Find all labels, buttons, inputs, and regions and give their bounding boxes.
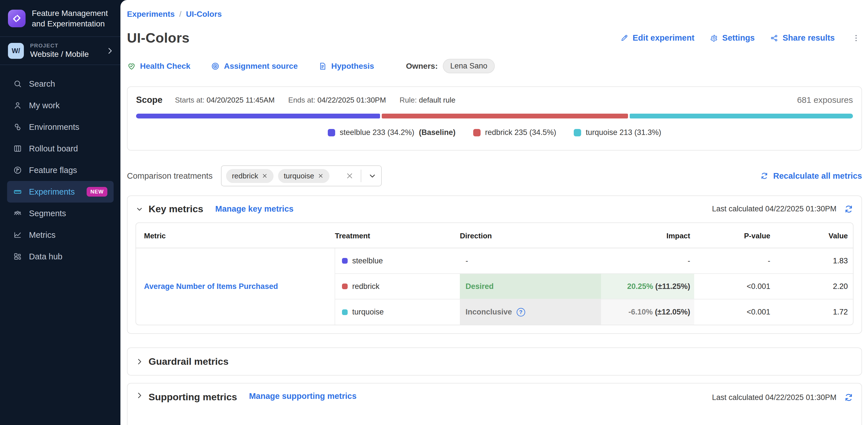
- p-value-cell: <0.001: [694, 299, 774, 325]
- kebab-menu-button[interactable]: [850, 32, 862, 44]
- line-chart-icon: [13, 231, 22, 240]
- key-metrics-table: Metric Treatment Direction Impact P-valu…: [135, 222, 854, 325]
- chip-turquoise[interactable]: turquoise: [278, 169, 330, 183]
- steelblue-swatch: [342, 258, 348, 264]
- app-logo-row: Feature Management and Experimentation: [0, 0, 120, 36]
- clear-all-icon[interactable]: [345, 172, 354, 180]
- project-label: PROJECT: [30, 42, 89, 49]
- hexagons-icon: [13, 122, 22, 131]
- comparison-treatments-select[interactable]: redbrick turquoise: [221, 165, 382, 186]
- treatment-cell: turquoise: [335, 299, 460, 325]
- recalculate-all-metrics-button[interactable]: Recalculate all metrics: [760, 171, 862, 181]
- sidebar-item-label: Data hub: [29, 252, 62, 261]
- settings-button[interactable]: Settings: [710, 33, 755, 42]
- refresh-icon[interactable]: [844, 204, 854, 214]
- sidebar: Feature Management and Experimentation W…: [0, 0, 120, 425]
- comparison-treatments-label: Comparison treatments: [127, 171, 213, 181]
- sidebar-item-environments[interactable]: Environments: [7, 116, 114, 138]
- gear-icon: [710, 34, 718, 42]
- sidebar-item-label: Rollout board: [29, 144, 78, 153]
- expand-chevron-right-icon[interactable]: [135, 358, 144, 366]
- collapse-chevron-down-icon[interactable]: [135, 205, 144, 213]
- select-divider: [361, 170, 361, 182]
- people-icon: [13, 209, 22, 218]
- sidebar-item-label: Segments: [29, 209, 66, 218]
- sidebar-item-label: Experiments: [29, 187, 75, 196]
- page-title: UI-Colors: [127, 30, 190, 46]
- sidebar-nav: Search My work Environments Rollout boar…: [0, 65, 120, 267]
- header-actions: Edit experiment Settings Share results: [620, 32, 862, 44]
- last-calculated-text: Last calculated 04/22/2025 01:30PM: [712, 205, 836, 213]
- expand-chevron-right-icon[interactable]: [135, 392, 144, 399]
- manage-key-metrics-link[interactable]: Manage key metrics: [215, 204, 294, 214]
- app-title: Feature Management and Experimentation: [32, 8, 114, 29]
- bar-segment-steelblue: [136, 114, 380, 118]
- chip-redbrick[interactable]: redbrick: [226, 169, 273, 183]
- sidebar-item-data-hub[interactable]: Data hub: [7, 246, 114, 267]
- refresh-icon[interactable]: [844, 393, 854, 402]
- sidebar-item-feature-flags[interactable]: Feature flags: [7, 159, 114, 181]
- sidebar-item-metrics[interactable]: Metrics: [7, 224, 114, 246]
- steelblue-swatch: [328, 129, 335, 136]
- impact-cell: -6.10% (±12.05%): [601, 299, 694, 325]
- owner-pill[interactable]: Lena Sano: [443, 59, 495, 73]
- share-icon: [770, 34, 778, 42]
- chevron-right-icon: [106, 47, 114, 55]
- health-check-link[interactable]: Health Check: [127, 62, 190, 71]
- owners-label: Owners:: [406, 62, 438, 71]
- direction-cell: Inconclusive ?: [460, 299, 601, 325]
- baseline-label: (Baseline): [419, 128, 456, 137]
- treatment-cell: redbrick: [335, 274, 460, 299]
- bar-segment-turquoise: [630, 114, 853, 118]
- refresh-icon: [760, 172, 769, 180]
- sidebar-item-experiments[interactable]: Experiments NEW: [7, 181, 114, 203]
- supporting-metrics-section: Supporting metrics Manage supporting met…: [127, 383, 862, 425]
- chip-remove-icon[interactable]: [261, 173, 268, 179]
- breadcrumb-separator: /: [179, 10, 182, 19]
- exposures-count: 681 exposures: [797, 95, 853, 105]
- p-value-cell: <0.001: [694, 274, 774, 299]
- breadcrumb-experiments-link[interactable]: Experiments: [127, 10, 175, 19]
- chevron-down-icon[interactable]: [368, 172, 377, 180]
- scope-rule: Rule: default rule: [400, 96, 456, 104]
- ruler-icon: [13, 187, 22, 196]
- metric-link[interactable]: Average Number of Items Purchased: [144, 282, 278, 291]
- col-header-value: Value: [774, 223, 853, 248]
- sidebar-item-rollout-board[interactable]: Rollout board: [7, 138, 114, 159]
- value-cell: 1.72: [774, 299, 853, 325]
- col-header-impact: Impact: [601, 223, 694, 248]
- main-panel: Experiments / UI-Colors UI-Colors Edit e…: [120, 0, 868, 425]
- key-metrics-section: Key metrics Manage key metrics Last calc…: [127, 195, 862, 334]
- sidebar-item-segments[interactable]: Segments: [7, 203, 114, 224]
- heart-check-icon: [127, 62, 136, 71]
- project-switcher[interactable]: W/ PROJECT Website / Mobile: [0, 37, 120, 64]
- guardrail-metrics-title: Guardrail metrics: [149, 356, 229, 367]
- hypothesis-link[interactable]: Hypothesis: [318, 62, 374, 71]
- breadcrumb-current-link[interactable]: UI-Colors: [186, 10, 222, 19]
- metric-name-cell: Average Number of Items Purchased: [136, 248, 335, 325]
- legend-item-steelblue: steelblue 233 (34.2%) (Baseline): [328, 128, 456, 137]
- direction-cell: -: [460, 248, 601, 274]
- assignment-source-link[interactable]: Assignment source: [211, 62, 298, 71]
- edit-experiment-button[interactable]: Edit experiment: [620, 33, 694, 42]
- impact-cell: 20.25% (±11.25%): [601, 274, 694, 299]
- help-icon[interactable]: ?: [517, 308, 525, 316]
- key-metrics-title: Key metrics: [149, 204, 204, 214]
- app-logo-icon: [8, 10, 26, 27]
- impact-cell: -: [601, 248, 694, 274]
- chip-remove-icon[interactable]: [317, 173, 324, 179]
- sidebar-item-label: My work: [29, 101, 60, 110]
- sidebar-item-search[interactable]: Search: [7, 73, 114, 95]
- direction-cell: Desired: [460, 274, 601, 299]
- value-cell: 1.83: [774, 248, 853, 274]
- share-results-button[interactable]: Share results: [770, 33, 835, 42]
- project-name: Website / Mobile: [30, 50, 89, 59]
- treatment-cell: steelblue: [335, 248, 460, 274]
- grid-icon: [13, 252, 22, 261]
- p-value-cell: -: [694, 248, 774, 274]
- manage-supporting-metrics-link[interactable]: Manage supporting metrics: [249, 392, 357, 401]
- sidebar-item-label: Environments: [29, 122, 79, 132]
- col-header-p-value: P-value: [694, 223, 774, 248]
- sidebar-item-my-work[interactable]: My work: [7, 95, 114, 116]
- pencil-icon: [620, 34, 628, 42]
